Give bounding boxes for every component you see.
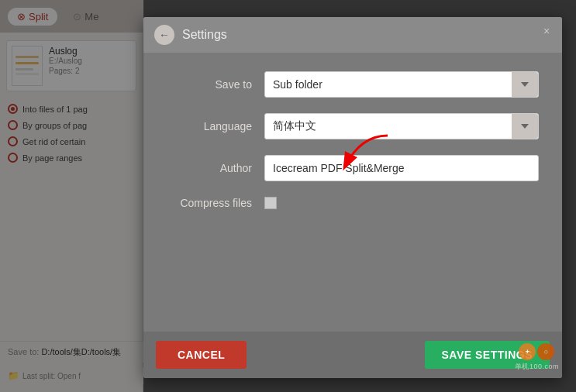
- language-field-label: Language: [167, 120, 252, 132]
- close-icon: ×: [543, 25, 550, 37]
- author-row: Author: [167, 155, 539, 181]
- compress-checkbox[interactable]: [264, 197, 277, 209]
- compress-row: Compress files: [167, 197, 539, 209]
- language-arrow[interactable]: [512, 114, 538, 139]
- save-settings-button[interactable]: SAVE SETTINGS: [425, 341, 550, 369]
- back-button[interactable]: ←: [154, 25, 174, 45]
- save-to-row: Save to Sub folder: [167, 71, 539, 98]
- save-to-field-value: Sub folder: [273, 78, 322, 91]
- cancel-button[interactable]: CANCEL: [156, 341, 247, 369]
- compress-field-label: Compress files: [167, 197, 252, 209]
- back-arrow-icon: ←: [159, 29, 170, 40]
- author-input[interactable]: [264, 155, 539, 181]
- language-dropdown[interactable]: 简体中文: [264, 113, 539, 139]
- save-to-arrow[interactable]: [512, 72, 538, 97]
- dialog-footer: CANCEL SAVE SETTINGS: [143, 332, 562, 378]
- dialog-body: Save to Sub folder Language 简体中文 Author: [143, 53, 562, 332]
- chevron-down-icon-lang: [521, 124, 529, 129]
- language-field-value: 简体中文: [273, 119, 504, 133]
- settings-dialog: ← Settings × Save to Sub folder Language…: [143, 17, 562, 378]
- language-row: Language 简体中文: [167, 113, 539, 139]
- chevron-down-icon: [521, 82, 529, 87]
- dialog-header: ← Settings ×: [143, 17, 562, 53]
- save-to-dropdown[interactable]: Sub folder: [264, 71, 539, 98]
- save-to-field-label: Save to: [167, 78, 252, 91]
- dialog-title: Settings: [182, 28, 227, 42]
- close-button[interactable]: ×: [539, 23, 554, 39]
- author-field-label: Author: [167, 162, 252, 174]
